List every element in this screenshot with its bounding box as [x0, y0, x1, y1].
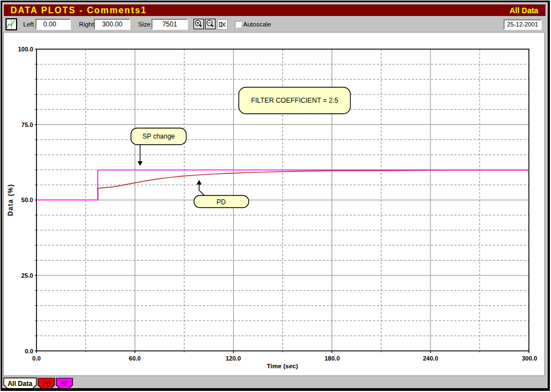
svg-text:SP: SP: [60, 380, 69, 387]
svg-text:180.0: 180.0: [324, 355, 340, 362]
svg-text:25.0: 25.0: [22, 272, 33, 279]
svg-text:FILTER COEFFICIENT = 2.5: FILTER COEFFICIENT = 2.5: [251, 97, 338, 104]
svg-text:Data (%): Data (%): [7, 184, 14, 216]
svg-text:0.0: 0.0: [25, 348, 33, 354]
svg-text:120.0: 120.0: [225, 355, 241, 362]
svg-text:Time (sec): Time (sec): [267, 363, 298, 369]
svg-text:PD: PD: [42, 380, 50, 387]
svg-text:240.0: 240.0: [423, 355, 438, 362]
svg-text:300.0: 300.0: [522, 355, 537, 362]
svg-text:0.0: 0.0: [32, 355, 40, 362]
svg-text:PD: PD: [217, 198, 226, 206]
svg-text:All Data: All Data: [8, 380, 33, 388]
svg-text:75.0: 75.0: [22, 121, 33, 128]
svg-text:100.0: 100.0: [18, 46, 33, 52]
svg-text:SP change: SP change: [143, 133, 175, 140]
svg-text:50.0: 50.0: [22, 197, 33, 203]
svg-text:60.0: 60.0: [129, 355, 140, 362]
